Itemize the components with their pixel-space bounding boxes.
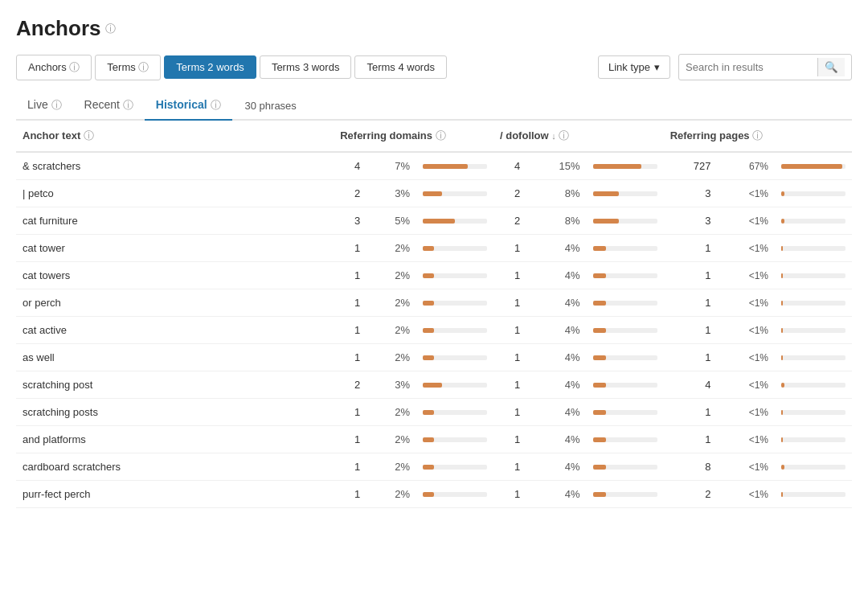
link-type-dropdown[interactable]: Link type ▾ xyxy=(598,55,670,79)
rd-pct: 3% xyxy=(366,180,416,207)
rd-bar-cell xyxy=(416,262,493,289)
table-row: & scratchers 4 7% 4 15% 727 67% xyxy=(16,152,852,180)
table-row: or perch 1 2% 1 4% 1 <1% xyxy=(16,289,852,317)
rd-bar-cell xyxy=(416,317,493,344)
rd-pct: 2% xyxy=(366,344,416,371)
rd-num: 2 xyxy=(334,180,366,207)
df-pct: 4% xyxy=(526,481,586,508)
rd-num: 1 xyxy=(334,317,366,344)
rd-bar-cell xyxy=(416,152,493,180)
tab-terms[interactable]: Terms ⓘ xyxy=(95,55,161,80)
anchor-text-cell: or perch xyxy=(16,289,334,317)
anchor-text-cell: cat tower xyxy=(16,235,334,262)
rd-num: 1 xyxy=(334,426,366,453)
rd-num: 1 xyxy=(334,262,366,289)
rp-num: 2 xyxy=(664,481,718,508)
df-bar-cell xyxy=(587,399,664,426)
df-num: 2 xyxy=(493,180,526,207)
title-text: Anchors xyxy=(16,16,100,41)
sub-tab-recent[interactable]: Recent ⓘ xyxy=(73,92,145,121)
rp-num: 1 xyxy=(664,426,718,453)
table-row: | petco 2 3% 2 8% 3 <1% xyxy=(16,180,852,207)
rd-bar-cell xyxy=(416,481,493,508)
tab-terms3[interactable]: Terms 3 words xyxy=(260,55,352,79)
rd-bar-cell xyxy=(416,453,493,481)
df-num: 1 xyxy=(493,453,526,481)
anchor-text-cell: as well xyxy=(16,344,334,371)
rp-bar-cell xyxy=(775,152,852,180)
anchor-text-cell: and platforms xyxy=(16,426,334,453)
rd-pct: 2% xyxy=(366,399,416,426)
df-pct: 4% xyxy=(526,399,586,426)
rp-num: 3 xyxy=(664,180,718,207)
df-bar-cell xyxy=(587,317,664,344)
rp-num: 8 xyxy=(664,453,718,481)
rp-num: 4 xyxy=(664,371,718,399)
rd-num: 4 xyxy=(334,152,366,180)
anchor-text-cell: scratching post xyxy=(16,371,334,399)
page-title: Anchors ⓘ xyxy=(16,8,852,54)
df-num: 4 xyxy=(493,152,526,180)
chevron-down-icon: ▾ xyxy=(654,61,660,73)
rp-num: 1 xyxy=(664,399,718,426)
rd-num: 1 xyxy=(334,289,366,317)
df-num: 1 xyxy=(493,399,526,426)
col-referring-pages: Referring pages ⓘ xyxy=(664,121,852,152)
rp-bar-cell xyxy=(775,262,852,289)
rp-bar-cell xyxy=(775,399,852,426)
rd-bar-cell xyxy=(416,235,493,262)
sub-tab-live[interactable]: Live ⓘ xyxy=(16,92,73,121)
anchor-text-cell: cat active xyxy=(16,317,334,344)
df-bar-cell xyxy=(587,426,664,453)
tab-anchors[interactable]: Anchors ⓘ xyxy=(16,55,92,80)
df-bar-cell xyxy=(587,235,664,262)
rp-num: 1 xyxy=(664,289,718,317)
rd-pct: 2% xyxy=(366,453,416,481)
rd-pct: 3% xyxy=(366,371,416,399)
rp-num: 727 xyxy=(664,152,718,180)
df-num: 1 xyxy=(493,317,526,344)
rp-bar-cell xyxy=(775,481,852,508)
df-bar-cell xyxy=(587,262,664,289)
anchor-text-cell: cardboard scratchers xyxy=(16,453,334,481)
df-bar-cell xyxy=(587,289,664,317)
rp-pct: <1% xyxy=(717,207,775,235)
table-row: cat active 1 2% 1 4% 1 <1% xyxy=(16,317,852,344)
table-header-row: Anchor text ⓘ Referring domains ⓘ / dofo… xyxy=(16,121,852,152)
table-row: scratching post 2 3% 1 4% 4 <1% xyxy=(16,371,852,399)
rp-bar-cell xyxy=(775,180,852,207)
df-num: 2 xyxy=(493,207,526,235)
title-info-icon[interactable]: ⓘ xyxy=(105,22,116,36)
rp-bar-cell xyxy=(775,207,852,235)
search-button[interactable]: 🔍 xyxy=(817,58,845,76)
page-container: Anchors ⓘ Anchors ⓘ Terms ⓘ Terms 2 word… xyxy=(0,0,868,516)
rd-bar-cell xyxy=(416,289,493,317)
rd-pct: 7% xyxy=(366,152,416,180)
search-box: 🔍 xyxy=(678,54,852,80)
tab-terms2[interactable]: Terms 2 words xyxy=(164,55,256,79)
rp-pct: <1% xyxy=(717,180,775,207)
anchor-text-cell: purr-fect perch xyxy=(16,481,334,508)
rp-bar-cell xyxy=(775,344,852,371)
rd-bar-cell xyxy=(416,180,493,207)
rp-num: 1 xyxy=(664,317,718,344)
df-bar-cell xyxy=(587,152,664,180)
tabs-row: Anchors ⓘ Terms ⓘ Terms 2 words Terms 3 … xyxy=(16,54,852,80)
sub-tab-historical[interactable]: Historical ⓘ xyxy=(145,92,232,121)
search-input[interactable] xyxy=(686,61,814,73)
df-num: 1 xyxy=(493,371,526,399)
df-num: 1 xyxy=(493,289,526,317)
table-row: as well 1 2% 1 4% 1 <1% xyxy=(16,344,852,371)
tab-terms4[interactable]: Terms 4 words xyxy=(354,55,447,79)
df-bar-cell xyxy=(587,344,664,371)
rp-bar-cell xyxy=(775,371,852,399)
rp-bar-cell xyxy=(775,317,852,344)
rp-pct: <1% xyxy=(717,289,775,317)
rp-bar-cell xyxy=(775,235,852,262)
rp-bar-cell xyxy=(775,453,852,481)
rp-pct: <1% xyxy=(717,399,775,426)
rd-num: 1 xyxy=(334,344,366,371)
rp-pct: <1% xyxy=(717,371,775,399)
rd-pct: 2% xyxy=(366,317,416,344)
df-pct: 4% xyxy=(526,235,586,262)
